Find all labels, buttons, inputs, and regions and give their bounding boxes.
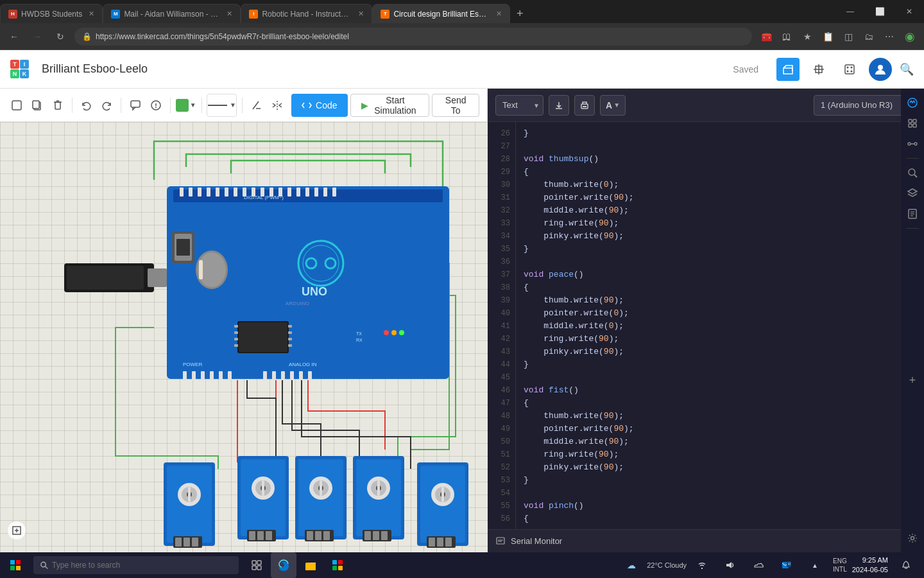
svg-rect-35 — [234, 188, 237, 197]
maximize-button[interactable]: ⬜ — [865, 0, 894, 23]
sidebar-notes-button[interactable] — [903, 205, 921, 223]
serial-monitor-label: Serial Monitor — [511, 536, 562, 546]
back-button[interactable]: ← — [5, 28, 23, 46]
send-to-button[interactable]: Send To — [432, 94, 479, 117]
toolbar-separator-4 — [201, 98, 202, 113]
copy-button[interactable] — [28, 94, 46, 117]
svg-rect-31 — [198, 188, 201, 197]
tray-onedrive-icon[interactable] — [746, 552, 771, 578]
sidebar-add-button[interactable]: + — [909, 374, 916, 387]
svg-rect-69 — [281, 371, 285, 380]
system-clock[interactable]: 9:25 AM 2024-06-05 — [852, 556, 888, 575]
user-avatar[interactable] — [869, 58, 892, 81]
more-button[interactable]: ⋯ — [880, 28, 898, 46]
logo-cell-t: T — [10, 60, 19, 69]
forward-button[interactable]: → — [28, 28, 46, 46]
url-bar[interactable]: 🔒 https://www.tinkercad.com/things/5n54p… — [74, 28, 752, 46]
notification-button[interactable] — [893, 552, 919, 578]
annotate-button[interactable] — [248, 94, 266, 117]
minimize-button[interactable]: — — [835, 0, 865, 23]
taskbar-apps — [244, 552, 350, 578]
tray-more-button[interactable]: ▲ — [802, 552, 828, 578]
taskbar-search-input[interactable] — [52, 561, 232, 570]
circuit-diagram[interactable]: DIGITAL (PWM~) UNO ARDUINO — [38, 135, 475, 552]
delete-button[interactable] — [49, 94, 67, 117]
synced-tabs-button[interactable]: 🗂 — [860, 28, 878, 46]
svg-rect-84 — [288, 338, 292, 340]
tab-1-close[interactable]: ✕ — [89, 10, 94, 18]
notes-button[interactable] — [147, 94, 165, 117]
tab-2[interactable]: M Mail - Aidan Williamson - Outlo... ✕ — [103, 4, 241, 23]
extensions-button[interactable]: 🧰 — [757, 28, 775, 46]
tray-network-icon[interactable] — [689, 552, 715, 578]
download-code-button[interactable] — [549, 95, 569, 116]
tab-1[interactable]: H HWDSB Students ✕ — [0, 4, 103, 23]
circuit-canvas[interactable]: DIGITAL (PWM~) UNO ARDUINO — [0, 122, 488, 552]
header-search-button[interactable]: 🔍 — [900, 62, 914, 76]
tray-weather-icon[interactable]: ☁ — [619, 552, 644, 578]
read-mode-button[interactable]: 🕮 — [778, 28, 796, 46]
code-content-area[interactable]: } void thumbsup() { thumb.write(0); poin… — [516, 122, 919, 529]
serial-monitor-bar[interactable]: Serial Monitor ▲ — [488, 529, 924, 552]
toolbar-separator-2 — [121, 98, 121, 113]
refresh-button[interactable]: ↻ — [51, 28, 69, 46]
code-type-select[interactable]: Text Blocks — [495, 95, 543, 116]
schematic-view-button[interactable] — [807, 58, 830, 81]
start-button[interactable] — [0, 552, 31, 578]
tab-3-close[interactable]: ✕ — [358, 10, 364, 18]
mirror-button[interactable] — [268, 94, 286, 117]
svg-rect-45 — [323, 188, 327, 197]
color-selector[interactable]: ▼ — [176, 94, 196, 117]
edge-taskbar-icon[interactable] — [271, 552, 296, 578]
pcb-view-button[interactable] — [838, 58, 861, 81]
sidebar-components-button[interactable] — [903, 114, 921, 132]
code-button[interactable]: Code — [291, 94, 347, 117]
print-code-button[interactable] — [574, 95, 595, 116]
tinkercad-logo[interactable]: T I N K — [10, 60, 29, 78]
edge-profile[interactable]: ◉ — [901, 28, 919, 46]
zoom-fit-button[interactable] — [8, 521, 26, 539]
sidebar-settings-button[interactable] — [903, 529, 921, 547]
sidebar-separator — [906, 158, 919, 159]
tab-2-close[interactable]: ✕ — [227, 10, 232, 18]
tab-3[interactable]: I Robotic Hand - Instructables ✕ — [241, 4, 372, 23]
saved-indicator: Saved — [733, 64, 758, 74]
redo-button[interactable] — [98, 94, 116, 117]
svg-rect-85 — [288, 344, 292, 347]
split-screen-button[interactable]: ◫ — [839, 28, 857, 46]
microsoft-store-taskbar-icon[interactable] — [325, 552, 350, 578]
svg-rect-138 — [445, 538, 452, 547]
start-simulation-button[interactable]: ▶ Start Simulation — [350, 94, 430, 117]
new-component-button[interactable] — [8, 94, 26, 117]
tab-4-close[interactable]: ✕ — [496, 10, 502, 18]
taskbar-search[interactable] — [33, 556, 239, 574]
line-style-selector[interactable]: ▼ — [207, 94, 237, 117]
3d-view-button[interactable] — [776, 58, 800, 81]
file-explorer-taskbar-icon[interactable] — [298, 552, 323, 578]
chat-button[interactable] — [126, 94, 144, 117]
sidebar-circuit-button[interactable] — [903, 94, 921, 112]
svg-point-153 — [908, 143, 911, 145]
font-size-button[interactable]: A ▼ — [600, 95, 626, 116]
system-tray-icons: ☁ 22°C Cloudy — [619, 552, 828, 578]
code-editor[interactable]: 26 27 28 29 30 31 32 33 34 35 36 37 38 3… — [488, 122, 924, 529]
undo-button[interactable] — [78, 94, 96, 117]
sidebar-inspector-button[interactable] — [903, 164, 921, 182]
sidebar-connections-button[interactable] — [903, 135, 921, 153]
svg-point-154 — [914, 143, 917, 145]
task-view-button[interactable] — [244, 552, 270, 578]
close-button[interactable]: ✕ — [894, 0, 924, 23]
collections-button[interactable]: 📋 — [819, 28, 837, 46]
new-tab-button[interactable]: + — [510, 4, 529, 23]
editor-toolbar: ▼ ▼ Code ▶ Start Simulation — [0, 89, 488, 122]
tray-outlook-icon[interactable] — [774, 552, 800, 578]
svg-rect-83 — [288, 331, 292, 334]
svg-rect-88 — [176, 239, 190, 256]
favorites-button[interactable]: ★ — [798, 28, 816, 46]
code-type-select-wrapper[interactable]: Text Blocks ▼ — [495, 95, 543, 116]
svg-rect-80 — [234, 338, 238, 340]
svg-rect-117 — [315, 531, 321, 540]
sidebar-layers-button[interactable] — [903, 184, 921, 202]
tray-volume-icon[interactable] — [717, 552, 743, 578]
tab-4[interactable]: T Circuit design Brilliant Esboo-Le... ✕ — [372, 4, 510, 23]
